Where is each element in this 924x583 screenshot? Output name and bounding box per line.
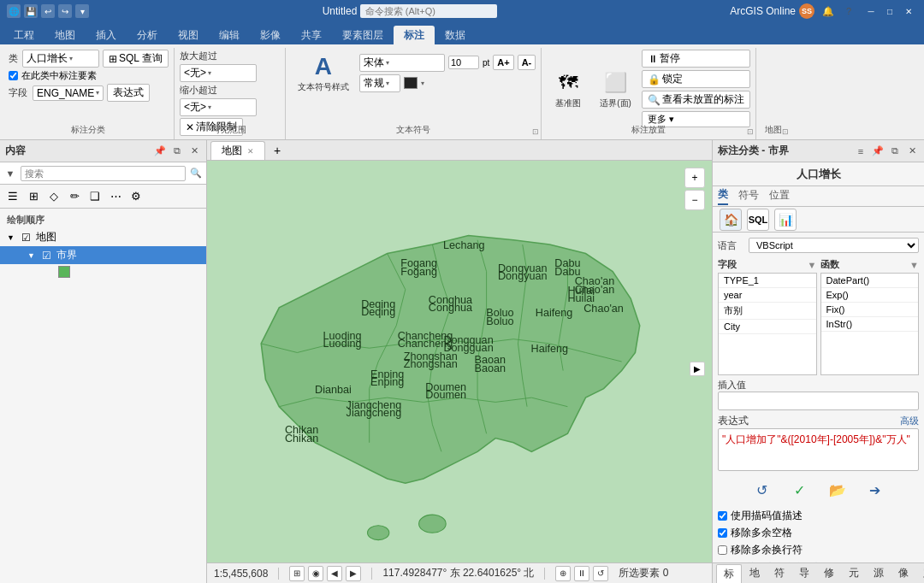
- advanced-link[interactable]: 高级: [900, 415, 919, 427]
- func-datepart[interactable]: DatePart(): [821, 274, 919, 288]
- nav-ctrl-2[interactable]: ◉: [308, 566, 323, 581]
- load-button[interactable]: 📂: [826, 478, 850, 502]
- user-badge[interactable]: SS: [799, 3, 814, 19]
- functions-list[interactable]: DatePart() Exp() Fix() InStr(): [820, 273, 920, 375]
- style-dropdown[interactable]: 常规 ▾: [359, 74, 400, 92]
- tab-insert[interactable]: 插入: [86, 26, 127, 44]
- city-layer-expand-arrow[interactable]: ▼: [27, 251, 36, 260]
- close-button[interactable]: ✕: [900, 4, 917, 18]
- field-type1[interactable]: TYPE_1: [719, 274, 816, 288]
- fields-filter-icon[interactable]: ▼: [808, 260, 817, 270]
- right-panel-menu-icon[interactable]: ≡: [854, 144, 868, 158]
- func-exp[interactable]: Exp(): [821, 288, 919, 303]
- rp-tab-class[interactable]: 类: [718, 187, 728, 205]
- more-tool-btn[interactable]: ⋯: [106, 187, 125, 206]
- min-zoom-dropdown[interactable]: <无> ▾: [180, 98, 257, 116]
- city-boundary-layer-item[interactable]: ▼ ☑ 市界: [0, 246, 206, 264]
- placement-expand[interactable]: ⊡: [747, 127, 754, 136]
- bottom-tab-guide[interactable]: 导: [792, 564, 816, 582]
- bottom-tab-symbol[interactable]: 符: [767, 564, 791, 582]
- refresh-button[interactable]: ↺: [593, 566, 608, 581]
- language-select[interactable]: VBScript: [749, 238, 919, 253]
- shape-view-btn[interactable]: ◇: [44, 187, 63, 206]
- func-fix[interactable]: Fix(): [821, 303, 919, 317]
- nav-left[interactable]: ◀: [327, 566, 342, 581]
- extra-tool-btn[interactable]: ⚙: [127, 187, 145, 206]
- text-format-button[interactable]: A 文本符号样式: [291, 50, 356, 96]
- remove-spaces-checkbox[interactable]: [718, 528, 727, 538]
- db-view-btn[interactable]: ⊞: [24, 187, 43, 206]
- contents-search-input[interactable]: [21, 166, 186, 181]
- in-class-checkbox[interactable]: [9, 71, 18, 80]
- expression-button[interactable]: 表达式: [107, 84, 150, 102]
- class-dropdown[interactable]: 人口增长 ▾: [22, 50, 99, 68]
- sub-tab-chart[interactable]: 📊: [774, 209, 797, 231]
- fields-list[interactable]: TYPE_1 year 市别 City: [718, 273, 817, 375]
- rp-tab-symbol[interactable]: 符号: [738, 188, 759, 204]
- map-canvas[interactable]: Lechang Fogang Fogang Dabu Dabu Chao'an …: [207, 161, 712, 562]
- save-icon[interactable]: 💾: [24, 4, 38, 18]
- expression-box[interactable]: "人口增加了"&([2010年]-[2005年])&"万人": [718, 428, 919, 471]
- tab-project[interactable]: 工程: [3, 26, 44, 44]
- bottom-tab-geo[interactable]: 地: [743, 564, 767, 582]
- find-unplaced-button[interactable]: 🔍 查看未放置的标注: [642, 91, 750, 109]
- map-layer-item[interactable]: ▼ ☑ 地图: [0, 228, 206, 246]
- lock-button[interactable]: 🔒 锁定: [642, 70, 750, 88]
- remove-newlines-checkbox[interactable]: [718, 545, 727, 555]
- nav-ctrl-1[interactable]: ⊞: [289, 566, 305, 581]
- maximize-button[interactable]: □: [881, 4, 898, 18]
- right-panel-float-icon[interactable]: ⧉: [888, 144, 902, 158]
- tab-analysis[interactable]: 分析: [127, 26, 168, 44]
- field-city-en[interactable]: City: [719, 320, 816, 334]
- contents-pin-icon[interactable]: 📌: [153, 144, 167, 158]
- bottom-tab-source[interactable]: 源: [867, 564, 891, 582]
- sub-tab-sql[interactable]: SQL: [747, 209, 769, 231]
- tab-map[interactable]: 地图: [44, 26, 86, 44]
- nav-right[interactable]: ▶: [346, 566, 361, 581]
- zoom-out-button[interactable]: −: [684, 190, 705, 210]
- font-size-input[interactable]: [448, 56, 479, 69]
- dropdown-arrow-icon[interactable]: ▾: [75, 4, 89, 18]
- command-search-input[interactable]: [360, 4, 497, 18]
- rp-tab-position[interactable]: 位置: [769, 188, 790, 204]
- edit-tool-btn[interactable]: ✏: [65, 187, 84, 206]
- font-size-down[interactable]: A-: [518, 55, 536, 70]
- bottom-tab-element[interactable]: 元: [842, 564, 866, 582]
- tab-edit[interactable]: 编辑: [209, 26, 250, 44]
- tab-share[interactable]: 共享: [291, 26, 332, 44]
- zoom-in-button[interactable]: +: [684, 168, 705, 188]
- notification-icon[interactable]: 🔔: [821, 4, 835, 18]
- reset-button[interactable]: ↺: [750, 478, 774, 502]
- pause-button[interactable]: ⏸ 暂停: [642, 50, 750, 68]
- field-city-ch[interactable]: 市别: [719, 303, 816, 320]
- arcpy-checkbox[interactable]: [718, 511, 727, 521]
- font-dropdown[interactable]: 宋体 ▾: [359, 54, 445, 72]
- bottom-tab-label[interactable]: 标: [716, 564, 742, 583]
- tab-view[interactable]: 视图: [168, 26, 209, 44]
- field-dropdown[interactable]: ENG_NAME ▾: [33, 85, 104, 101]
- app-icon[interactable]: 🌐: [7, 4, 21, 18]
- list-view-btn[interactable]: ☰: [3, 187, 22, 206]
- bottom-tab-set[interactable]: 定: [916, 564, 924, 582]
- fit-button[interactable]: ⬜ 适界(面): [593, 66, 638, 112]
- sub-tab-home[interactable]: 🏠: [720, 209, 742, 231]
- func-instr[interactable]: InStr(): [821, 317, 919, 332]
- map-expand[interactable]: ⊡: [782, 127, 789, 136]
- save-expression-button[interactable]: ➔: [863, 478, 887, 502]
- search-icon[interactable]: 🔍: [189, 167, 203, 180]
- text-symbol-expand[interactable]: ⊡: [532, 127, 539, 136]
- pause-button[interactable]: ⏸: [574, 566, 589, 581]
- tab-feature-layer[interactable]: 要素图层: [332, 26, 394, 44]
- tab-label[interactable]: 标注: [394, 26, 435, 44]
- bottom-tab-image[interactable]: 像: [891, 564, 915, 582]
- undo-icon[interactable]: ↩: [41, 4, 55, 18]
- functions-filter-icon[interactable]: ▼: [909, 260, 919, 270]
- color-arrow[interactable]: ▾: [421, 80, 424, 87]
- bottom-tab-modify[interactable]: 修: [817, 564, 841, 582]
- insert-value-input[interactable]: [718, 392, 919, 410]
- map-layer-expand-arrow[interactable]: ▼: [7, 233, 15, 242]
- help-icon[interactable]: ?: [842, 4, 856, 18]
- map-overview-button[interactable]: ▶: [690, 362, 705, 376]
- tab-imagery[interactable]: 影像: [250, 26, 291, 44]
- redo-icon[interactable]: ↪: [58, 4, 72, 18]
